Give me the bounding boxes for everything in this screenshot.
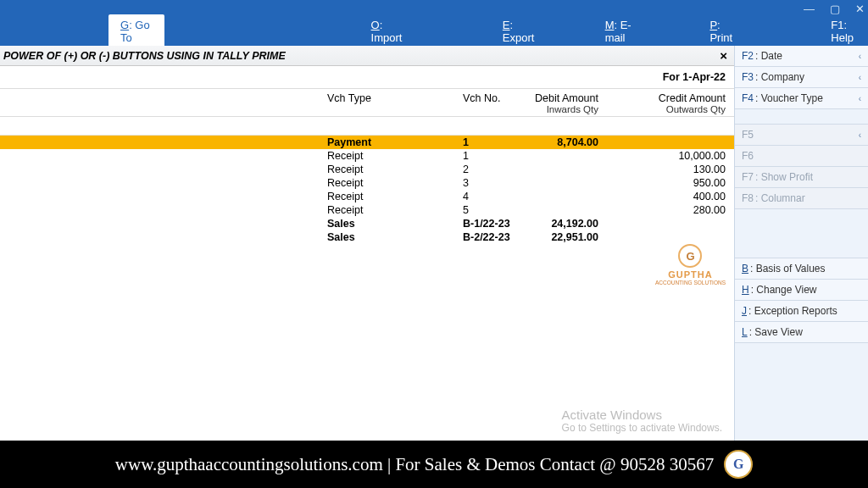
watermark-name: GUPTHA	[655, 269, 726, 280]
table-row[interactable]: Payment18,704.00	[0, 136, 734, 149]
cell-vchtype: Sales	[327, 231, 463, 243]
watermark-logo: G GUPTHA ACCOUNTING SOLUTIONS	[655, 244, 726, 286]
cell-credit	[598, 136, 726, 148]
side-f2-date[interactable]: F2: Date ‹	[735, 46, 868, 67]
cell-debit	[531, 177, 598, 189]
side-f6[interactable]: F6	[735, 146, 868, 167]
cell-vchno: 4	[463, 191, 531, 202]
col-inwards: Inwards Qty	[531, 104, 598, 114]
table-row[interactable]: Receipt2130.00	[0, 163, 734, 176]
context-bar: POWER OF (+) OR (-) BUTTONS USING IN TAL…	[0, 46, 734, 66]
cell-credit: 400.00	[598, 191, 726, 202]
goto-button[interactable]: G: Go To	[108, 14, 164, 48]
footer-banner: www.gupthaaccountingsolutions.com | For …	[0, 441, 868, 488]
side-key: F8	[742, 192, 754, 204]
side-j-exception-reports[interactable]: J: Exception Reports	[735, 301, 868, 322]
email-key: M	[605, 19, 615, 31]
side-key: L	[742, 326, 748, 338]
print-menu[interactable]: P: Print	[703, 19, 743, 44]
side-l-save-view[interactable]: L: Save View	[735, 322, 868, 343]
cell-vchno: B-1/22-23	[463, 218, 531, 230]
help-menu[interactable]: F1: Help	[824, 19, 868, 44]
context-title: POWER OF (+) OR (-) BUTTONS USING IN TAL…	[3, 50, 286, 62]
cell-credit: 10,000.00	[598, 150, 726, 162]
chevron-left-icon: ‹	[859, 73, 861, 82]
side-key: H	[742, 284, 749, 296]
chevron-left-icon: ‹	[859, 130, 861, 140]
cell-debit	[531, 164, 598, 175]
side-spacer	[735, 209, 868, 258]
help-key: F1	[831, 19, 843, 31]
side-label: : Show Profit	[755, 171, 813, 183]
close-icon[interactable]: ×	[720, 48, 727, 63]
activate-sub: Go to Settings to activate Windows.	[562, 422, 722, 434]
footer-text: www.gupthaaccountingsolutions.com | For …	[115, 454, 714, 475]
col-outwards: Outwards Qty	[598, 104, 726, 114]
cell-vchno: B-2/22-23	[463, 231, 531, 243]
top-menubar: G: Go To O: Import E: Export M: E-mail P…	[0, 17, 868, 46]
side-label: : Change View	[751, 284, 817, 296]
export-key: E	[503, 19, 510, 31]
table-row[interactable]: SalesB-1/22-2324,192.00	[0, 217, 734, 230]
side-key: F2	[742, 50, 754, 62]
cell-vchtype: Receipt	[327, 204, 463, 216]
minimize-icon[interactable]: —	[804, 3, 815, 15]
cell-vchno: 2	[463, 164, 531, 175]
side-key: F4	[742, 92, 754, 104]
cell-credit	[598, 218, 726, 230]
side-f3-company[interactable]: F3: Company ‹	[735, 67, 868, 88]
activate-windows: Activate Windows Go to Settings to activ…	[562, 408, 722, 434]
side-f8-columnar[interactable]: F8: Columnar	[735, 188, 868, 209]
side-h-change-view[interactable]: H: Change View	[735, 280, 868, 301]
table-row[interactable]: Receipt4400.00	[0, 190, 734, 203]
side-key: B	[742, 263, 748, 274]
side-label: : Company	[755, 71, 804, 83]
table-row[interactable]: Receipt5280.00	[0, 203, 734, 217]
cell-vchtype: Receipt	[327, 164, 463, 175]
cell-vchtype: Receipt	[327, 191, 463, 202]
cell-vchtype: Sales	[327, 218, 463, 230]
gap-row	[0, 117, 734, 136]
chevron-left-icon: ‹	[859, 52, 861, 61]
table-row[interactable]: Receipt110,000.00	[0, 149, 734, 163]
side-label: : Date	[755, 50, 782, 62]
footer-badge-icon: G	[724, 450, 753, 479]
side-f5[interactable]: F5 ‹	[735, 125, 868, 146]
close-window-icon[interactable]: ✕	[855, 3, 865, 15]
col-credit: Credit Amount	[598, 92, 726, 104]
import-menu[interactable]: O: Import	[364, 19, 411, 44]
table-row[interactable]: SalesB-2/22-2322,951.00	[0, 230, 734, 244]
cell-credit	[598, 231, 726, 243]
side-gap	[735, 109, 868, 125]
export-menu[interactable]: E: Export	[496, 19, 542, 44]
email-menu[interactable]: M: E-mail	[598, 19, 646, 44]
cell-vchno: 1	[463, 150, 531, 162]
side-f4-voucher-type[interactable]: F4: Voucher Type ‹	[735, 88, 868, 109]
table-row[interactable]: Receipt3950.00	[0, 176, 734, 190]
side-key: F3	[742, 71, 754, 83]
cell-credit: 280.00	[598, 204, 726, 216]
side-f7-show-profit[interactable]: F7: Show Profit	[735, 167, 868, 188]
chevron-left-icon: ‹	[859, 94, 861, 103]
side-label: : Voucher Type	[755, 92, 823, 104]
activate-title: Activate Windows	[562, 408, 722, 422]
col-vchtype: Vch Type	[327, 92, 463, 104]
side-panel: F2: Date ‹ F3: Company ‹ F4: Voucher Typ…	[734, 46, 868, 441]
cell-debit: 22,951.00	[531, 231, 598, 243]
side-b-basis-values[interactable]: B: Basis of Values	[735, 258, 868, 280]
side-key: F7	[742, 171, 754, 183]
cell-vchno: 1	[463, 136, 531, 148]
cell-debit: 24,192.00	[531, 218, 598, 230]
voucher-rows: Payment18,704.00Receipt110,000.00Receipt…	[0, 136, 734, 244]
side-label: : Save View	[749, 326, 803, 338]
cell-vchtype: Payment	[327, 136, 463, 148]
cell-debit: 8,704.00	[531, 136, 598, 148]
side-key: F5	[742, 129, 754, 141]
side-label: : Exception Reports	[748, 305, 837, 317]
col-vchno: Vch No.	[463, 92, 531, 104]
cell-debit	[531, 150, 598, 162]
date-label: For 1-Apr-22	[0, 66, 734, 88]
maximize-icon[interactable]: ▢	[830, 3, 840, 15]
side-label: : Columnar	[755, 192, 805, 204]
goto-key: G	[120, 19, 129, 31]
